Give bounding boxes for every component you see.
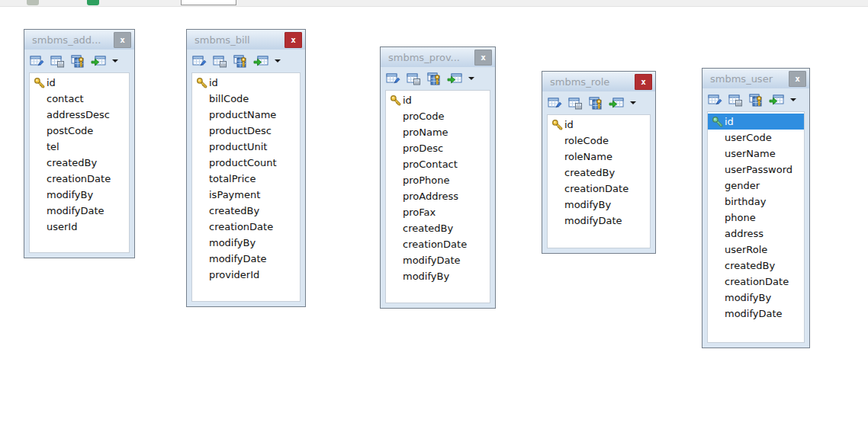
field-row[interactable]: creationDate (192, 219, 300, 235)
edit-table-icon[interactable] (707, 93, 723, 107)
field-row[interactable]: address (708, 226, 804, 242)
dropdown-caret-icon[interactable] (630, 101, 636, 104)
field-row[interactable]: birthday (708, 194, 804, 210)
close-icon[interactable]: x (789, 71, 806, 87)
table-titlebar[interactable]: smbms_prov... x (381, 47, 495, 67)
field-row[interactable]: proName (386, 124, 490, 140)
table-relations-icon[interactable] (91, 54, 107, 68)
table-key-icon[interactable] (748, 93, 764, 107)
table-titlebar[interactable]: smbms_add... x (24, 30, 134, 50)
field-row[interactable]: modifyBy (548, 197, 650, 213)
table-relations-icon[interactable] (447, 72, 463, 85)
dropdown-caret-icon[interactable] (112, 59, 118, 62)
dropdown-caret-icon[interactable] (790, 98, 796, 101)
field-row[interactable]: creationDate (30, 171, 129, 187)
table-key-icon[interactable] (70, 54, 86, 68)
field-row[interactable]: modifyDate (192, 251, 300, 267)
table-columns-icon[interactable] (567, 96, 583, 110)
field-row[interactable]: totalPrice (192, 171, 300, 187)
field-row[interactable]: createdBy (708, 258, 804, 274)
field-row[interactable]: createdBy (30, 155, 129, 171)
field-row[interactable]: modifyDate (708, 306, 804, 322)
primary-key-icon (710, 212, 725, 224)
dropdown-caret-icon[interactable] (468, 77, 474, 80)
field-row[interactable]: productUnit (192, 139, 300, 155)
field-row[interactable]: userCode (708, 130, 804, 146)
field-row[interactable]: createdBy (386, 220, 490, 236)
toolbar-combobox[interactable] (181, 0, 236, 5)
field-row[interactable]: creationDate (548, 181, 650, 197)
field-row[interactable]: roleName (548, 149, 650, 165)
field-row[interactable]: modifyBy (192, 235, 300, 251)
edit-table-icon[interactable] (29, 54, 45, 68)
table-columns-icon[interactable] (212, 54, 228, 68)
field-row[interactable]: phone (708, 210, 804, 226)
field-row[interactable]: modifyBy (386, 268, 490, 284)
field-row[interactable]: id (30, 75, 129, 91)
field-row[interactable]: userRole (708, 242, 804, 258)
table-columns-icon[interactable] (50, 54, 66, 68)
field-row[interactable]: id (386, 92, 490, 108)
close-icon[interactable]: x (114, 32, 131, 48)
table-titlebar[interactable]: smbms_role x (542, 72, 655, 91)
field-row[interactable]: productCount (192, 155, 300, 171)
table-panel-smbms_prov[interactable]: smbms_prov... x (380, 46, 496, 309)
dropdown-caret-icon[interactable] (275, 59, 281, 62)
field-row[interactable]: proContact (386, 156, 490, 172)
table-relations-icon[interactable] (609, 96, 625, 110)
table-panel-smbms_role[interactable]: smbms_role x (542, 71, 656, 254)
field-row[interactable]: userName (708, 146, 804, 162)
field-row[interactable]: modifyDate (386, 252, 490, 268)
table-columns-icon[interactable] (406, 72, 422, 85)
field-row[interactable]: proDesc (386, 140, 490, 156)
field-row[interactable]: creationDate (386, 236, 490, 252)
field-row[interactable]: userId (30, 219, 129, 235)
field-row[interactable]: proPhone (386, 172, 490, 188)
table-panel-smbms_add[interactable]: smbms_add... x (24, 29, 135, 258)
field-row[interactable]: createdBy (548, 165, 650, 181)
field-row[interactable]: userPassword (708, 162, 804, 178)
edit-table-icon[interactable] (385, 72, 401, 85)
field-row[interactable]: billCode (192, 91, 300, 107)
field-row[interactable]: postCode (30, 123, 129, 139)
close-icon[interactable]: x (635, 74, 652, 90)
field-row[interactable]: gender (708, 178, 804, 194)
field-row[interactable]: modifyDate (30, 203, 129, 219)
table-key-icon[interactable] (233, 54, 249, 68)
field-row[interactable]: proFax (386, 204, 490, 220)
field-row[interactable]: modifyDate (548, 213, 650, 229)
field-name: createdBy (564, 167, 615, 178)
table-title: smbms_user (710, 73, 789, 85)
edit-table-icon[interactable] (191, 54, 207, 68)
field-row[interactable]: isPayment (192, 187, 300, 203)
field-row[interactable]: id (548, 117, 650, 133)
field-row[interactable]: addressDesc (30, 107, 129, 123)
table-titlebar[interactable]: smbms_user x (702, 69, 809, 88)
field-row[interactable]: providerId (192, 267, 300, 283)
table-panel-smbms_bill[interactable]: smbms_bill x (186, 29, 306, 307)
field-row[interactable]: productDesc (192, 123, 300, 139)
field-row[interactable]: id (192, 75, 300, 91)
table-panel-smbms_user[interactable]: smbms_user x (702, 68, 810, 348)
field-row[interactable]: creationDate (708, 274, 804, 290)
table-key-icon[interactable] (426, 72, 442, 85)
field-row[interactable]: proAddress (386, 188, 490, 204)
field-row[interactable]: modifyBy (708, 290, 804, 306)
field-name: productDesc (209, 125, 272, 136)
field-row[interactable]: modifyBy (30, 187, 129, 203)
close-icon[interactable]: x (474, 50, 492, 66)
field-row[interactable]: contact (30, 91, 129, 107)
table-relations-icon[interactable] (253, 54, 269, 68)
field-row[interactable]: id (708, 114, 804, 130)
field-row[interactable]: createdBy (192, 203, 300, 219)
field-row[interactable]: tel (30, 139, 129, 155)
table-key-icon[interactable] (588, 96, 604, 110)
table-titlebar[interactable]: smbms_bill x (187, 30, 305, 50)
table-columns-icon[interactable] (728, 93, 744, 107)
edit-table-icon[interactable] (547, 96, 563, 110)
close-icon[interactable]: x (285, 32, 302, 48)
field-row[interactable]: proCode (386, 108, 490, 124)
table-relations-icon[interactable] (769, 93, 785, 107)
field-row[interactable]: roleCode (548, 133, 650, 149)
field-row[interactable]: productName (192, 107, 300, 123)
